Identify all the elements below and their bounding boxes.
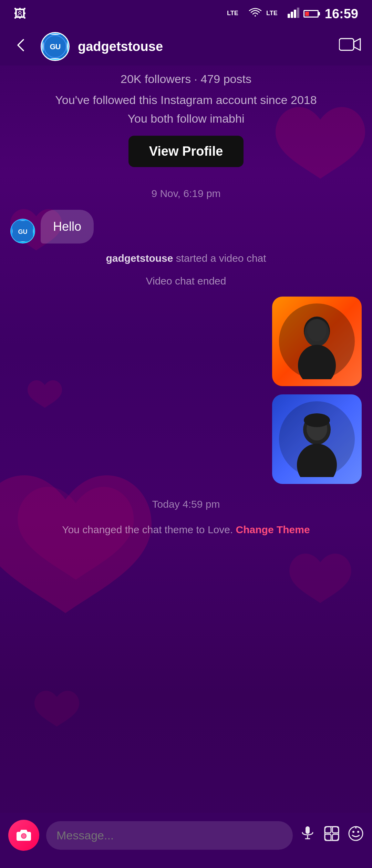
video-call-button[interactable] [339,36,362,57]
sender-avatar[interactable]: GU [10,219,35,244]
photo-bubble-2[interactable] [272,394,362,484]
hello-text: Hello [53,219,81,234]
photo-message-1 [0,292,372,390]
notification-icon: 🖼 [14,7,26,21]
system-message-video-end: Video chat ended [0,270,372,292]
svg-rect-27 [325,827,339,840]
photo-message-2 [0,390,372,488]
back-button[interactable] [10,33,32,60]
system-message-video-start: gadgetstouse started a video chat [0,247,372,270]
timestamp-1: 9 Nov, 6:19 pm [0,177,372,206]
signal-bars-icon [288,7,299,21]
chat-area: 9 Nov, 6:19 pm GU Hello gadgetstouse sta… [0,177,372,612]
change-theme-link[interactable]: Change Theme [236,524,310,535]
timestamp-2: Today 4:59 pm [0,488,372,517]
status-bar: 🖼 LTE LTE [0,0,372,28]
svg-rect-2 [288,14,290,18]
profile-mutual: You both follow imabhi [14,112,358,125]
svg-point-16 [307,319,327,341]
profile-followed: You've followed this Instagram account s… [14,92,358,108]
signal-icon: LTE [266,7,283,21]
svg-rect-9 [339,39,354,50]
sticker-button[interactable] [348,826,364,845]
svg-rect-3 [291,12,293,18]
svg-text:LTE: LTE [227,10,238,17]
svg-point-33 [352,831,354,833]
system-message-text: started a video chat [173,252,266,264]
photo-bubble-1[interactable] [272,297,362,386]
nav-avatar[interactable]: GU [41,32,70,61]
input-area [0,813,372,868]
hello-bubble: Hello [41,210,94,244]
message-row-hello: GU Hello [0,206,372,247]
theme-change-text: You changed the chat theme to Love. [62,524,233,535]
svg-point-34 [357,831,359,833]
battery-icon [303,10,319,18]
nav-bar: GU gadgetstouse [0,28,372,65]
nav-avatar-initials: GU [42,34,68,59]
svg-text:GU: GU [50,42,61,51]
input-actions [300,826,364,845]
profile-stats: 20K followers · 479 posts [14,72,358,86]
status-bar-left: 🖼 [14,7,26,21]
theme-change-message: You changed the chat theme to Love. Chan… [0,517,372,542]
svg-rect-5 [297,8,299,18]
microphone-button[interactable] [300,826,316,845]
message-input-wrap [46,821,293,850]
wifi-icon [248,7,262,21]
svg-text:LTE: LTE [266,10,278,17]
camera-button[interactable] [8,820,39,851]
system-message-sender: gadgetstouse [106,252,173,264]
svg-point-23 [22,834,26,838]
svg-rect-24 [306,826,310,834]
svg-text:GU: GU [18,228,28,235]
lte-icon: LTE [227,8,244,20]
view-profile-button[interactable]: View Profile [128,136,244,167]
gallery-button[interactable] [324,826,340,845]
profile-section: 20K followers · 479 posts You've followe… [0,65,372,177]
camera-icon [16,828,32,842]
svg-rect-4 [294,10,296,18]
svg-point-21 [304,413,330,427]
time-display: 16:59 [325,7,358,21]
nav-title[interactable]: gadgetstouse [78,39,331,54]
message-input[interactable] [56,829,282,842]
status-bar-right: LTE LTE 16:59 [227,7,358,21]
